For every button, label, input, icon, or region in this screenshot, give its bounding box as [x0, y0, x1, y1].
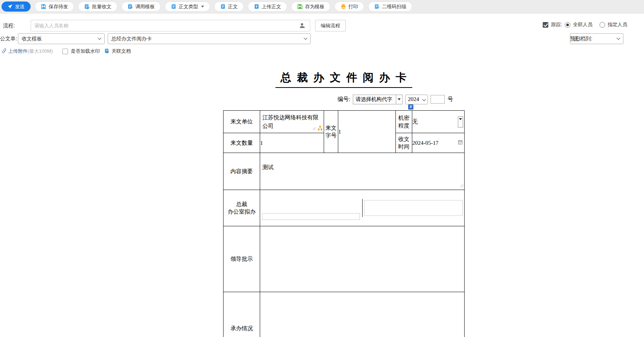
- qr-scan-label: 二维码扫描: [382, 3, 406, 10]
- received-value[interactable]: 2024-05-17: [412, 140, 438, 146]
- paperclip-icon: [1, 48, 7, 55]
- batch-receive-label: 批量收文: [92, 3, 111, 10]
- document-upload-icon: [254, 4, 259, 9]
- track-checkbox[interactable]: [543, 22, 548, 28]
- upload-limit-hint: (最大100M): [28, 48, 53, 55]
- radio-all-members[interactable]: [565, 22, 570, 28]
- count-value[interactable]: 1: [260, 133, 324, 153]
- leader-remarks-label: 领导批示: [224, 226, 260, 292]
- form-name-select[interactable]: 总经办文件阅办卡: [108, 33, 311, 44]
- card-title-wrap: 总裁办文件阅办卡: [223, 70, 464, 88]
- radio-assigned-members[interactable]: [600, 22, 605, 28]
- save-icon: [41, 4, 46, 9]
- org-tree-icon[interactable]: [318, 126, 323, 132]
- flow-person-input[interactable]: [31, 20, 310, 31]
- related-docs-link[interactable]: 关联文档: [104, 48, 131, 55]
- upload-attachment-link[interactable]: 上传附件: [1, 48, 28, 55]
- chevron-down-icon: [617, 36, 620, 40]
- body-type-label: 正文类型: [179, 3, 198, 10]
- save-pending-label: 保存待发: [49, 3, 68, 10]
- year-select-value: 2024: [408, 96, 419, 102]
- save-pending-button[interactable]: 保存待发: [35, 1, 74, 12]
- send-button[interactable]: 发送: [1, 1, 31, 12]
- print-button[interactable]: 打印: [335, 1, 364, 12]
- flow-label: 流程:: [3, 22, 15, 29]
- document-edit-icon: [84, 4, 90, 9]
- calendar-icon[interactable]: [458, 140, 463, 146]
- summary-textarea[interactable]: 测试: [260, 162, 464, 181]
- chevron-down-icon: [98, 36, 102, 40]
- org-code-select[interactable]: 请选择机构代字: [353, 95, 403, 104]
- leader-remarks-cell[interactable]: [260, 226, 465, 292]
- ref-no-label: 来文字号: [324, 111, 338, 153]
- page: 发送 保存待发 批量收文 调用模板 正文类型 正文 上传正文 存: [0, 0, 644, 337]
- body-button[interactable]: 正文: [214, 1, 244, 12]
- track-group: 跟踪: 全部人员 指定人员: [543, 21, 627, 28]
- draft-label: 总裁 办公室拟办: [224, 190, 260, 226]
- handling-status-cell[interactable]: [260, 292, 465, 337]
- use-template-label: 调用模板: [135, 3, 155, 10]
- serial-edit-icon[interactable]: #: [408, 104, 413, 110]
- count-label: 来文数量: [224, 133, 260, 153]
- document-arrow-icon: [127, 4, 133, 9]
- ref-no-value[interactable]: 1: [338, 111, 396, 153]
- draft-opinion-input[interactable]: [262, 213, 360, 220]
- attachment-bar: 上传附件 (最大100M) 是否加载水印 关联文档: [0, 48, 644, 55]
- upload-attachment-label: 上传附件: [8, 48, 28, 55]
- secrecy-cell: 无: [412, 111, 465, 133]
- year-select[interactable]: 2024: [405, 95, 428, 104]
- card-title: 总裁办文件阅办卡: [275, 70, 412, 88]
- handling-status-label: 承办情况: [224, 292, 260, 337]
- draft-cell: [260, 190, 465, 226]
- batch-receive-button[interactable]: 批量收文: [78, 1, 117, 12]
- serial-number-input[interactable]: [431, 95, 445, 104]
- form-name-select-value: 总经办文件阅办卡: [111, 36, 152, 42]
- edit-flow-button[interactable]: 编辑流程: [315, 20, 346, 31]
- org-code-select-button[interactable]: [396, 95, 402, 104]
- chevron-down-icon: [422, 98, 426, 101]
- received-label: 收文时间: [396, 133, 412, 153]
- track-label: 跟踪:: [551, 21, 562, 28]
- toolbar: 发送 保存待发 批量收文 调用模板 正文类型 正文 上传正文 存: [0, 0, 644, 13]
- watermark-group: 是否加载水印: [62, 48, 100, 55]
- chevron-down-icon: [201, 6, 204, 7]
- watermark-checkbox[interactable]: [62, 49, 68, 54]
- draft-right-cell: [363, 199, 464, 217]
- upload-body-label: 上传正文: [262, 3, 281, 10]
- document-icon: [220, 4, 226, 9]
- source-unit-label: 来文单位: [224, 111, 260, 133]
- template-select-value: 收文模板: [22, 36, 42, 42]
- org-code-select-value: 请选择机构代字: [353, 95, 396, 104]
- upload-body-button[interactable]: 上传正文: [248, 1, 287, 12]
- secrecy-value[interactable]: 无: [412, 119, 418, 125]
- save-as-template-button[interactable]: 存为模板: [291, 1, 330, 12]
- template-select[interactable]: 收文模板: [18, 33, 105, 44]
- qr-scan-icon: [374, 4, 380, 9]
- radio-all-members-label: 全部人员: [573, 21, 592, 28]
- serial-label: 编号:: [338, 96, 350, 103]
- flow-bar: 流程: 编辑流程 跟踪: 全部人员 指定人员: [0, 20, 644, 31]
- body-type-button[interactable]: 正文类型: [165, 1, 210, 12]
- radio-assigned-members-label: 指定人员: [608, 21, 627, 28]
- resize-handle-icon[interactable]: [460, 183, 463, 189]
- body-label: 正文: [228, 3, 238, 10]
- secrecy-label: 机密程度: [396, 111, 412, 133]
- qr-scan-button[interactable]: 二维码扫描: [368, 1, 412, 12]
- draft-left-cell: [260, 199, 363, 217]
- use-template-button[interactable]: 调用模板: [121, 1, 161, 12]
- archive-group: 预归档到: 无: [570, 33, 623, 44]
- send-label: 发送: [15, 3, 25, 10]
- serial-number-row: 编号: 请选择机构代字 2024 号: [338, 94, 453, 104]
- chevron-down-icon: [304, 36, 308, 40]
- secrecy-dropdown-button[interactable]: [458, 116, 463, 128]
- person-picker-icon[interactable]: [299, 22, 305, 30]
- reading-card-table: 来文单位 江苏悦达网络科技有限公司 来文字号 1 机密程度 无: [223, 110, 465, 337]
- serial-unit-label: 号: [447, 96, 453, 103]
- archive-label: 预归档到:: [570, 36, 592, 42]
- draft-note-textarea[interactable]: [364, 200, 463, 216]
- related-docs-label: 关联文档: [111, 48, 131, 55]
- summary-cell: 测试: [260, 153, 465, 190]
- draft-label-line2: 办公室拟办: [224, 208, 260, 215]
- resize-handle-icon[interactable]: [312, 125, 316, 132]
- save-as-template-label: 存为模板: [305, 3, 324, 10]
